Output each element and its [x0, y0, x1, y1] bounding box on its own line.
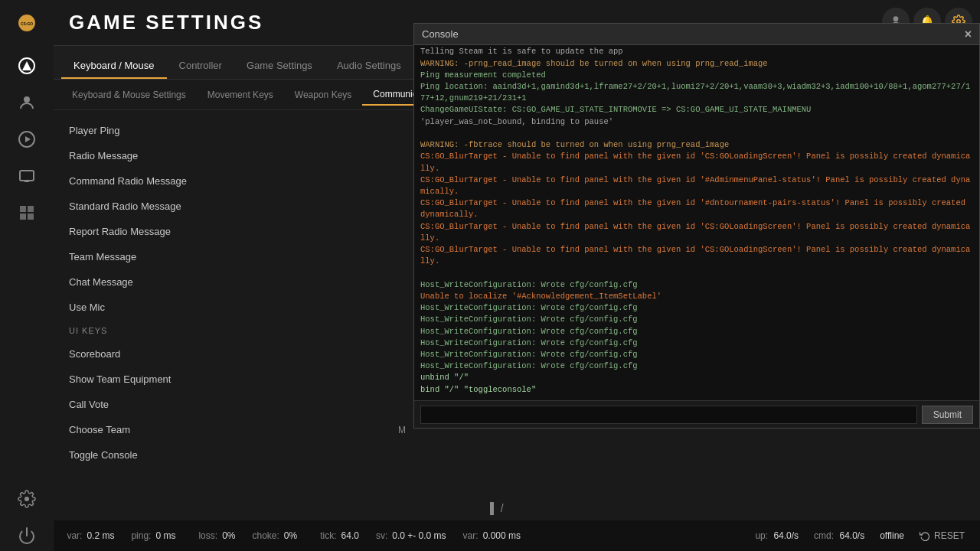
svg-point-4 [24, 96, 30, 103]
console-line: CS:GO_BlurTarget - Unable to find panel … [420, 174, 973, 197]
sidebar-power-icon[interactable] [11, 520, 42, 551]
menu-content: Player Ping Radio Message Command Radio … [54, 110, 421, 520]
loss-stat: loss: 0% choke: 0% [198, 530, 297, 541]
tab-audio-settings[interactable]: Audio Settings [325, 54, 413, 79]
menu-item-call-vote[interactable]: Call Vote [54, 392, 421, 417]
console-line: Ping measurement completed [420, 70, 973, 81]
svg-rect-11 [28, 206, 34, 212]
subtab-movement-keys[interactable]: Movement Keys [197, 85, 284, 105]
console-input-row: Submit [414, 400, 979, 428]
console-line: Host_WriteConfiguration: Wrote cfg/confi… [420, 302, 973, 314]
console-line [420, 128, 973, 139]
sidebar-play-icon[interactable] [11, 124, 42, 155]
console-titlebar: Console × [414, 24, 979, 45]
menu-item-use-mic[interactable]: Use Mic [54, 295, 421, 320]
menu-item-show-team-equipment[interactable]: Show Team Equipment [54, 367, 421, 392]
console-line: 'player_was_not_bound, binding to pause' [420, 116, 973, 128]
console-line: Host_WriteConfiguration: Wrote cfg/confi… [420, 326, 973, 337]
menu-item-chat-message[interactable]: Chat Message [54, 269, 421, 295]
subtab-weapon-keys[interactable]: Weapon Keys [284, 85, 363, 105]
sidebar: CS:GO [0, 0, 54, 551]
tab-keyboard-mouse[interactable]: Keyboard / Mouse [61, 54, 167, 79]
console-line: Host_WriteConfiguration: Wrote cfg/confi… [420, 314, 973, 325]
menu-item-team-message[interactable]: Team Message [54, 244, 421, 269]
console-title: Console [422, 28, 459, 40]
console-line: Host_WriteConfiguration: Wrote cfg/confi… [420, 349, 973, 360]
console-line: WARNING: -prng_read_image should be turn… [420, 58, 973, 70]
console-line: Ping location: aaind3d+1,gamind3d+1,lfra… [420, 81, 973, 104]
console-input[interactable] [420, 406, 917, 424]
page-title: GAME SETTINGS [69, 11, 263, 34]
sidebar-tv-icon[interactable] [11, 161, 42, 191]
console-line: CS:GO_BlurTarget - Unable to find panel … [420, 244, 973, 267]
reset-button[interactable]: RESET [920, 530, 965, 541]
section-header-ui-keys: UI Keys [54, 320, 421, 341]
menu-item-toggle-console[interactable]: Toggle Console [54, 442, 421, 468]
menu-item-choose-team[interactable]: Choose Team M [54, 417, 421, 442]
menu-item-scoreboard[interactable]: Scoreboard [54, 341, 421, 367]
svg-rect-10 [20, 206, 26, 212]
console-body[interactable]: Unknown command "joy_lookspin_default"Un… [414, 45, 979, 400]
console-line: CS:GO_BlurTarget - Unable to find panel … [420, 221, 973, 244]
console-line: Telling Steam it is safe to update the a… [420, 46, 973, 57]
svg-rect-12 [20, 214, 26, 220]
console-line [420, 267, 973, 279]
menu-item-player-ping[interactable]: Player Ping [54, 118, 421, 143]
menu-item-command-radio-message[interactable]: Command Radio Message [54, 168, 421, 194]
sidebar-settings-icon[interactable] [11, 484, 42, 514]
console-line: Host_WriteConfiguration: Wrote cfg/confi… [420, 279, 973, 291]
console-submit-button[interactable]: Submit [922, 406, 973, 424]
svg-marker-3 [22, 61, 31, 70]
tab-game-settings[interactable]: Game Settings [234, 54, 325, 79]
sidebar-home-icon[interactable] [11, 51, 42, 81]
sidebar-profile-icon[interactable] [11, 87, 42, 118]
console-line: Host_WriteConfiguration: Wrote cfg/confi… [420, 360, 973, 372]
console-line: bind "/" "toggleconsole" [420, 384, 973, 396]
cursor-indicator: ▌ / [490, 502, 504, 514]
sidebar-inventory-icon[interactable] [11, 197, 42, 228]
svg-marker-6 [25, 136, 31, 142]
menu-item-radio-message[interactable]: Radio Message [54, 143, 421, 168]
menu-item-report-radio-message[interactable]: Report Radio Message [54, 219, 421, 244]
console-panel: Console × Unknown command "joy_lookspin_… [413, 23, 980, 429]
console-line: Unable to localize '#Acknowledgement_Ite… [420, 291, 973, 302]
console-close-button[interactable]: × [965, 28, 972, 41]
console-line: Host_WriteConfiguration: Wrote cfg/confi… [420, 337, 973, 349]
subtab-keyboard-mouse-settings[interactable]: Keyboard & Mouse Settings [61, 85, 197, 105]
console-line: CS:GO_BlurTarget - Unable to find panel … [420, 197, 973, 220]
svg-rect-7 [20, 171, 34, 181]
console-line: ChangeGameUIState: CS:GO_GAME_UI_STATE_I… [420, 104, 973, 116]
console-line: CS:GO_BlurTarget - Unable to find panel … [420, 151, 973, 174]
csgo-logo[interactable]: CS:GO [11, 8, 42, 38]
svg-text:CS:GO: CS:GO [21, 22, 33, 26]
console-line: WARNING: -fbtrace should be turned on wh… [420, 139, 973, 151]
svg-rect-13 [28, 214, 34, 220]
console-line: unbind "/" [420, 372, 973, 383]
status-bar-right: up: 64.0/s cmd: 64.0/s offline RESET [755, 530, 965, 541]
svg-point-16 [893, 16, 899, 21]
menu-item-standard-radio-message[interactable]: Standard Radio Message [54, 194, 421, 219]
svg-point-14 [24, 497, 29, 501]
tick-stat: tick: 64.0 sv: 0.0 +- 0.0 ms var: 0.000 … [320, 530, 521, 541]
status-bar: fps: 116 var: 0.2 ms ping: 0 ms loss: 0%… [0, 520, 980, 551]
tab-controller[interactable]: Controller [167, 54, 234, 79]
